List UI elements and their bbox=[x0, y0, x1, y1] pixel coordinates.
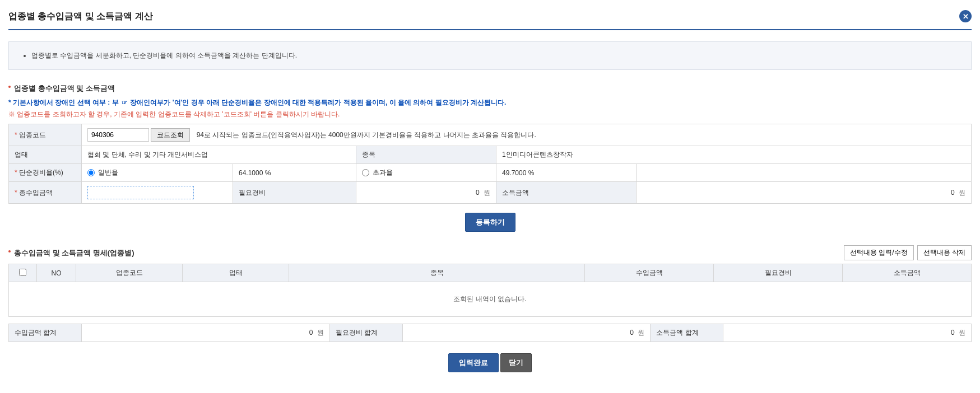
total-profit-value: 0 bbox=[951, 329, 955, 336]
section2-title: 총수입금액 및 소득금액 명세(업종별) bbox=[8, 248, 134, 258]
uptae-value: 협회 및 단체, 수리 및 기타 개인서비스업 bbox=[82, 146, 356, 164]
income-label: 총수입금액 bbox=[9, 182, 82, 204]
register-button[interactable]: 등록하기 bbox=[465, 213, 515, 232]
rate-general-label: 일반율 bbox=[98, 168, 118, 177]
rate-over-label: 초과율 bbox=[373, 168, 393, 177]
profit-value: 0 bbox=[951, 189, 955, 196]
grid-col-uptae: 업태 bbox=[183, 264, 289, 282]
rate-over-radio[interactable]: 초과율 bbox=[362, 168, 490, 177]
info-box: 업종별로 수입금액을 세분화하고, 단순경비율에 의하여 소득금액을 계산하는 … bbox=[8, 41, 972, 70]
income-input[interactable] bbox=[87, 186, 194, 199]
grid-empty-row: 조회된 내역이 없습니다. bbox=[9, 282, 972, 317]
jongmok-value: 1인미디어콘텐츠창작자 bbox=[496, 146, 972, 164]
grid-col-code: 업종코드 bbox=[76, 264, 183, 282]
note2-prefix: ※ bbox=[8, 110, 15, 118]
rate-general-input[interactable] bbox=[87, 169, 95, 176]
code-desc: 94로 시작되는 업종코드(인적용역사업자)는 4000만원까지 기본경비율을 … bbox=[197, 131, 536, 139]
total-income-label: 수입금액 합계 bbox=[9, 324, 82, 342]
form-table: 업종코드 코드조회 94로 시작되는 업종코드(인적용역사업자)는 4000만원… bbox=[8, 124, 972, 204]
info-text: 업종별로 수입금액을 세분화하고, 단순경비율에 의하여 소득금액을 계산하는 … bbox=[31, 51, 960, 60]
grid-empty-text: 조회된 내역이 없습니다. bbox=[9, 282, 972, 317]
close-icon[interactable]: ✕ bbox=[959, 10, 972, 22]
rate-over-value: 49.7000 % bbox=[496, 164, 637, 182]
modal-header: 업종별 총수입금액 및 소득금액 계산 ✕ bbox=[8, 6, 972, 30]
total-unit-1: 원 bbox=[317, 329, 324, 336]
total-profit-label: 소득금액 합계 bbox=[651, 324, 723, 342]
grid-col-no: NO bbox=[37, 264, 76, 282]
rate-over-input[interactable] bbox=[362, 169, 369, 176]
grid-col-expense: 필요경비 bbox=[714, 264, 843, 282]
close-button[interactable]: 닫기 bbox=[500, 353, 532, 372]
total-unit-3: 원 bbox=[959, 329, 965, 336]
expense-label: 필요경비 bbox=[233, 182, 356, 204]
code-input[interactable] bbox=[87, 128, 149, 142]
profit-label: 소득금액 bbox=[496, 182, 637, 204]
note1-text: 장애인여부가 '여'인 경우 아래 단순경비율은 장애인에 대한 적용특례가 적… bbox=[130, 99, 506, 106]
note-code-lookup: ※ 업종코드를 조회하고자 할 경우, 기존에 입력한 업종코드를 삭제하고 '… bbox=[8, 110, 972, 119]
note2-text: 업종코드를 조회하고자 할 경우, 기존에 입력한 업종코드를 삭제하고 '코드… bbox=[17, 110, 340, 118]
unit-won-2: 원 bbox=[959, 189, 965, 196]
rate-general-value: 64.1000 % bbox=[233, 164, 356, 182]
grid-col-profit: 소득금액 bbox=[843, 264, 972, 282]
edit-selection-button[interactable]: 선택내용 입력/수정 bbox=[844, 245, 914, 260]
complete-button[interactable]: 입력완료 bbox=[448, 353, 499, 372]
unit-won: 원 bbox=[484, 189, 490, 196]
code-label: 업종코드 bbox=[9, 124, 82, 146]
delete-selection-button[interactable]: 선택내용 삭제 bbox=[917, 245, 972, 260]
grid-check-all[interactable] bbox=[19, 269, 26, 276]
jongmok-label: 종목 bbox=[356, 146, 496, 164]
note1-prefix: * 기본사항에서 장애인 선택 여부 : 부 bbox=[8, 99, 119, 106]
uptae-label: 업태 bbox=[9, 146, 82, 164]
total-unit-2: 원 bbox=[638, 329, 644, 336]
expense-value: 0 bbox=[476, 189, 480, 196]
rate-label: 단순경비율(%) bbox=[9, 164, 82, 182]
grid-col-jongmok: 종목 bbox=[289, 264, 585, 282]
detail-grid: NO 업종코드 업태 종목 수입금액 필요경비 소득금액 조회된 내역이 없습니… bbox=[8, 264, 972, 317]
code-lookup-button[interactable]: 코드조회 bbox=[151, 128, 190, 142]
totals-table: 수입금액 합계 0 원 필요경비 합계 0 원 소득금액 합계 0 원 bbox=[8, 324, 972, 342]
total-income-value: 0 bbox=[309, 329, 313, 336]
pointer-icon: ☞ bbox=[120, 99, 128, 106]
section1-title: 업종별 총수입금액 및 소득금액 bbox=[8, 83, 972, 93]
note-disabled: * 기본사항에서 장애인 선택 여부 : 부 ☞ 장애인여부가 '여'인 경우 … bbox=[8, 98, 972, 107]
total-expense-label: 필요경비 합계 bbox=[329, 324, 402, 342]
modal-title: 업종별 총수입금액 및 소득금액 계산 bbox=[8, 11, 153, 22]
grid-col-income: 수입금액 bbox=[585, 264, 714, 282]
total-expense-value: 0 bbox=[630, 329, 634, 336]
rate-general-radio[interactable]: 일반율 bbox=[87, 168, 227, 177]
